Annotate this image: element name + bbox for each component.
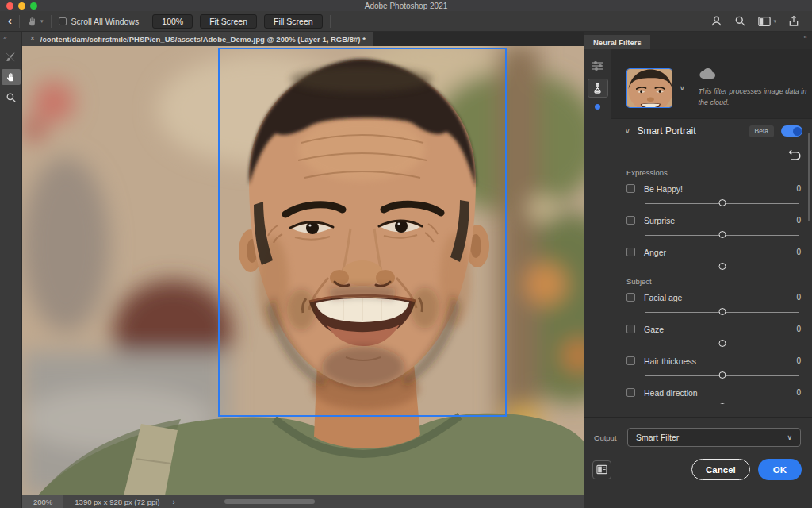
- status-bar: 200% 1390 px x 928 px (72 ppi) ›: [22, 495, 584, 508]
- document-canvas[interactable]: [22, 46, 584, 495]
- beta-filters-button[interactable]: [588, 79, 608, 98]
- account-icon[interactable]: [710, 15, 722, 27]
- filter-slider-row: Be Happy! 0: [626, 182, 801, 204]
- slider-knob[interactable]: [719, 231, 726, 238]
- slider-checkbox[interactable]: [626, 388, 635, 397]
- scroll-all-windows-label: Scroll All Windows: [71, 17, 140, 26]
- slider-value: 0: [796, 216, 801, 225]
- face-thumbnail-image: [626, 68, 672, 108]
- slider-label: Facial age: [644, 293, 682, 302]
- slider-value: 0: [796, 356, 801, 365]
- cancel-button[interactable]: Cancel: [691, 459, 750, 480]
- slider-value: 0: [796, 184, 801, 193]
- filter-slider-row: Gaze 0: [626, 322, 801, 344]
- zoom-tool[interactable]: [2, 90, 21, 106]
- scroll-all-windows-option[interactable]: Scroll All Windows: [59, 17, 140, 26]
- workspace-switcher[interactable]: ▾: [758, 16, 776, 27]
- filter-preview-header: ∨ This filter processes image data in th…: [611, 49, 812, 118]
- zoom-window-button[interactable]: [30, 2, 37, 10]
- face-detection-box: [218, 48, 507, 417]
- preview-toggle-button[interactable]: [592, 460, 611, 479]
- chevron-down-icon: ▾: [773, 18, 776, 25]
- hand-tool-preset[interactable]: ▾: [27, 16, 44, 27]
- flask-icon: [592, 83, 603, 94]
- scroll-all-windows-checkbox[interactable]: [59, 17, 67, 25]
- ok-button[interactable]: OK: [758, 459, 802, 480]
- window-title: Adobe Photoshop 2021: [365, 2, 448, 10]
- panel-content: ∨ This filter processes image data in th…: [611, 49, 812, 404]
- slider-checkbox[interactable]: [626, 325, 635, 333]
- filter-category-strip: [584, 49, 611, 417]
- smart-portrait-header[interactable]: ∨ Smart Portrait Beta: [611, 118, 812, 144]
- zoom-level-field[interactable]: 200%: [22, 495, 63, 508]
- collapse-panel-icon[interactable]: »: [804, 33, 806, 40]
- section-title: Expressions: [626, 168, 801, 177]
- slider-checkbox[interactable]: [626, 184, 635, 193]
- slider-checkbox[interactable]: [626, 356, 635, 365]
- slider-checkbox[interactable]: [626, 216, 635, 225]
- window-controls: [6, 2, 37, 10]
- tab-neural-filters[interactable]: Neural Filters: [584, 35, 650, 49]
- options-bar: ‹ ▾ Scroll All Windows 100% Fit Screen F…: [0, 11, 812, 32]
- slider-track[interactable]: [645, 344, 799, 344]
- brush-tool[interactable]: [2, 48, 21, 64]
- slider-checkbox[interactable]: [626, 248, 635, 256]
- share-icon[interactable]: [788, 15, 799, 27]
- divider: [19, 15, 20, 28]
- titlebar: Adobe Photoshop 2021: [0, 0, 812, 11]
- fill-screen-button[interactable]: Fill Screen: [264, 14, 323, 29]
- slider-track[interactable]: [645, 235, 799, 236]
- active-filter-indicator: [595, 104, 600, 110]
- hand-tool[interactable]: [2, 69, 21, 85]
- slider-track[interactable]: [645, 203, 799, 204]
- divider: [330, 15, 331, 28]
- minimize-window-button[interactable]: [18, 2, 25, 10]
- filter-enable-toggle[interactable]: [781, 125, 802, 137]
- slider-knob[interactable]: [719, 403, 726, 404]
- collapse-tools-icon[interactable]: »: [3, 34, 6, 41]
- slider-value: 0: [796, 248, 801, 256]
- filter-slider-row: Head direction 0: [626, 386, 801, 404]
- photoshop-window: Adobe Photoshop 2021 ‹ ▾ Scroll All Wind…: [0, 0, 812, 508]
- filter-slider-row: Anger 0: [626, 245, 801, 267]
- document-tab[interactable]: × /content/dam/ccfirstmile/PHSP/en_US/as…: [22, 32, 373, 46]
- cloud-icon: [699, 68, 716, 79]
- slider-knob[interactable]: [719, 199, 726, 206]
- slider-track[interactable]: [645, 312, 799, 313]
- slider-track[interactable]: [645, 375, 799, 376]
- slider-knob[interactable]: [719, 371, 726, 379]
- footer-actions: Cancel OK: [584, 459, 812, 480]
- reset-icon[interactable]: [788, 148, 802, 160]
- zoom-100-button[interactable]: 100%: [152, 14, 193, 29]
- slider-knob[interactable]: [719, 340, 726, 347]
- neural-filters-panel: » Neural Filters: [584, 32, 812, 508]
- slider-checkbox[interactable]: [626, 293, 635, 302]
- filter-name: Smart Portrait: [638, 125, 696, 137]
- chevron-down-icon[interactable]: ∨: [625, 127, 630, 135]
- document-dimensions: 1390 px x 928 px (72 ppi): [75, 498, 159, 506]
- document-tab-bar: × /content/dam/ccfirstmile/PHSP/en_US/as…: [22, 32, 584, 46]
- status-chevron-icon[interactable]: ›: [173, 498, 175, 506]
- filter-sliders-area: Expressions Be Happy! 0 Surprise 0 Anger…: [611, 162, 812, 404]
- fit-screen-button[interactable]: Fit Screen: [200, 14, 257, 29]
- face-thumbnail[interactable]: [626, 68, 672, 108]
- divider: [51, 15, 52, 28]
- output-label: Output: [594, 433, 622, 442]
- document-tab-title: /content/dam/ccfirstmile/PHSP/en_US/asse…: [40, 35, 366, 44]
- search-icon[interactable]: [734, 15, 746, 27]
- all-filters-icon[interactable]: [592, 60, 604, 71]
- output-select[interactable]: Smart Filter ∨: [627, 428, 801, 447]
- back-button[interactable]: ‹: [8, 14, 12, 26]
- cloud-note-text: This filter processes image data in the …: [699, 87, 812, 109]
- output-value: Smart Filter: [636, 433, 679, 442]
- slider-knob[interactable]: [719, 308, 726, 315]
- magnifier-icon: [6, 92, 17, 103]
- slider-track[interactable]: [645, 267, 799, 267]
- thumbnail-chevron-icon[interactable]: ∨: [680, 84, 685, 92]
- output-row: Output Smart Filter ∨: [584, 428, 812, 447]
- panel-scrollbar[interactable]: [808, 133, 810, 221]
- close-tab-icon[interactable]: ×: [30, 35, 35, 43]
- horizontal-scrollbar[interactable]: [224, 499, 315, 504]
- close-window-button[interactable]: [6, 2, 13, 10]
- slider-knob[interactable]: [719, 263, 726, 270]
